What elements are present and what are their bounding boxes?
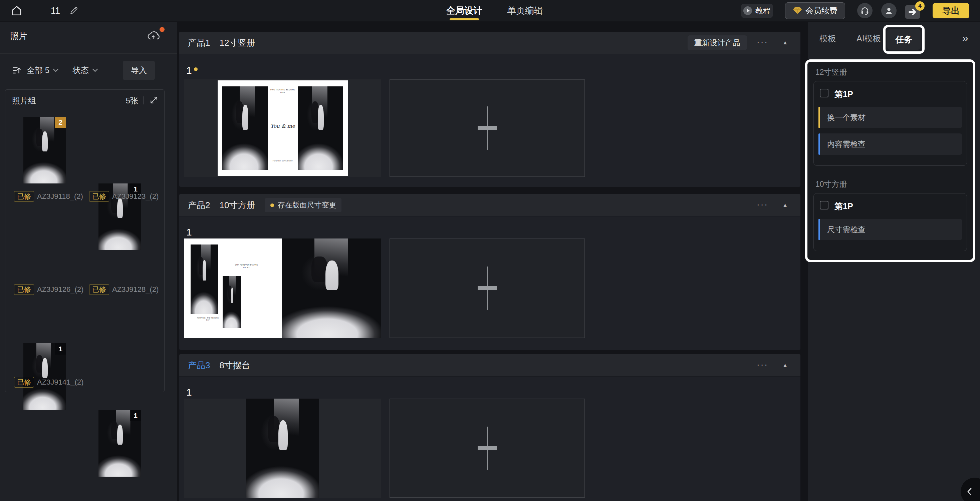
more-menu-icon[interactable]: ··· (757, 32, 768, 54)
sort-icon[interactable] (11, 65, 22, 76)
header-separator (143, 97, 143, 105)
account-button[interactable] (881, 3, 897, 18)
task-group-title: 12寸竖册 (815, 67, 847, 78)
photo-name: AZ3J9128_(2) (112, 285, 159, 294)
gem-icon (793, 7, 802, 15)
export-button[interactable]: 导出 (932, 3, 969, 18)
layout-change-warning: 存在版面尺寸变更 (265, 198, 342, 212)
album-spread-thumbnail: TWO HEARTS BECOME ONE You & me FOREVER ·… (218, 80, 348, 176)
task-group-card: 第1P 换一个素材 内容需检查 (813, 81, 967, 166)
page-spread-tile[interactable] (184, 399, 381, 498)
product-section-1: 产品1 12寸竖册 重新设计产品 ··· ▲ 1 TWO HEARTS BECO… (179, 32, 800, 187)
filter-all-dropdown[interactable]: 全部 5 (27, 61, 59, 80)
warning-text: 存在版面尺寸变更 (277, 200, 336, 210)
membership-renew-button[interactable]: 会员续费 (785, 2, 845, 19)
more-menu-icon[interactable]: ··· (757, 194, 768, 216)
sidebar-divider (0, 53, 177, 54)
product-1-label: 产品1 (188, 37, 210, 49)
plus-icon (478, 286, 497, 290)
document-title: 11 (51, 0, 60, 21)
retouched-tag: 已修 (14, 377, 34, 388)
task-label: 内容需检查 (827, 133, 865, 155)
filter-status-label: 状态 (73, 65, 89, 76)
rename-button[interactable] (69, 6, 79, 16)
photo-name: AZ3J9141_(2) (37, 378, 83, 387)
task-item[interactable]: 内容需检查 (818, 133, 962, 155)
task-item[interactable]: 尺寸需检查 (818, 219, 962, 240)
album-spread-thumbnail (247, 399, 319, 498)
tab-global-design[interactable]: 全局设计 (446, 0, 482, 21)
photo-group-header: 照片组 5张 (5, 90, 164, 111)
more-menu-icon[interactable]: ··· (757, 354, 768, 376)
page-checkbox[interactable] (820, 89, 829, 97)
product-1-name: 12寸竖册 (219, 37, 255, 49)
filter-all-label: 全部 5 (27, 65, 49, 76)
usage-count-badge: 2 (55, 117, 66, 128)
photo-name: AZ3J9126_(2) (37, 285, 83, 294)
spread-script-text: You & me (268, 123, 297, 129)
retouched-tag: 已修 (14, 284, 34, 295)
chevron-left-icon (966, 487, 973, 496)
page-checkbox[interactable] (820, 201, 829, 209)
import-button[interactable]: 导入 (123, 61, 155, 80)
usage-count-badge: 1 (55, 343, 66, 355)
usage-count-badge: 1 (130, 410, 141, 421)
add-page-button[interactable] (390, 79, 585, 177)
spread-heading-text: OUR FOREVER STARTS TODAY (234, 263, 259, 269)
add-page-button[interactable] (390, 238, 585, 338)
spread-caption-text: ROMANCE · THE WEDDING DAY (196, 317, 220, 321)
photo-filter-row: 全部 5 状态 导入 (0, 61, 177, 80)
page-label: 第1P (834, 89, 853, 100)
play-icon (743, 6, 752, 15)
support-button[interactable] (857, 3, 872, 18)
collapse-panel-icon[interactable]: » (962, 22, 968, 55)
photo-group-count: 5张 (126, 95, 138, 106)
tab-task[interactable]: 任务 (887, 29, 921, 50)
tab-task-highlighted[interactable]: 任务 (883, 25, 924, 54)
tab-ai-template[interactable]: AI模板 (856, 22, 881, 55)
export-count-badge: 4 (915, 2, 924, 11)
task-item[interactable]: 换一个素材 (818, 107, 962, 128)
plus-icon (478, 446, 497, 450)
filter-status-dropdown[interactable]: 状态 (73, 61, 98, 80)
photo-label-row: 已修 AZ3J9128_(2) (89, 284, 159, 295)
spread-photo-small-1 (191, 244, 218, 314)
product-section-3: 产品3 8寸摆台 ··· ▲ 1 (179, 354, 800, 501)
spread-sub-text: FOREVER · LOVE STORY (268, 160, 297, 162)
chevron-down-icon (92, 68, 98, 72)
tab-single-page-edit[interactable]: 单页编辑 (507, 0, 543, 21)
task-priority-bar (818, 133, 820, 155)
chevron-down-icon (53, 68, 59, 72)
collapse-section-icon[interactable]: ▲ (783, 32, 788, 54)
tutorial-button[interactable]: 教程 (741, 4, 773, 18)
photo-sidebar: 照片 全部 5 状态 导入 照片组 5张 2 (0, 22, 177, 501)
product-2-label: 产品2 (188, 200, 210, 211)
cloud-sync-button[interactable] (146, 30, 161, 42)
product-3-header: 产品3 8寸摆台 ··· ▲ (179, 354, 800, 376)
collapse-section-icon[interactable]: ▲ (783, 194, 788, 216)
photo-label-row: 已修 AZ3J9126_(2) (14, 284, 83, 295)
right-panel: 模板 AI模板 任务 » 12寸竖册 第1P 换一个素材 内容需检查 10寸方册… (808, 22, 980, 501)
export-queue-button[interactable]: 4 (905, 4, 922, 19)
add-page-button[interactable] (390, 399, 585, 498)
product-2-name: 10寸方册 (219, 200, 255, 211)
mode-tabs: 全局设计 单页编辑 (446, 0, 543, 21)
tab-template[interactable]: 模板 (819, 22, 836, 55)
task-panel: 12寸竖册 第1P 换一个素材 内容需检查 10寸方册 第1P 尺寸需检查 (805, 59, 975, 262)
product-3-name: 8寸摆台 (219, 360, 250, 371)
page-spread-tile[interactable]: OUR FOREVER STARTS TODAY ROMANCE · THE W… (184, 238, 381, 338)
photo-group-panel: 照片组 5张 2 1 已修 AZ3J9118_(2) 已修 AZ3J9123_(… (5, 89, 165, 392)
collapse-section-icon[interactable]: ▲ (783, 354, 788, 376)
expand-icon[interactable] (150, 96, 158, 105)
redesign-product-button[interactable]: 重新设计产品 (687, 35, 747, 50)
page-spread-tile[interactable]: TWO HEARTS BECOME ONE You & me FOREVER ·… (184, 79, 381, 177)
photo-thumbnail[interactable]: 2 (23, 117, 66, 184)
plus-icon (478, 126, 497, 130)
photo-thumbnail[interactable]: 1 (99, 410, 141, 477)
retouched-tag: 已修 (89, 284, 109, 295)
spread-photo-small-2 (223, 276, 241, 328)
spread-photo-right (282, 238, 381, 338)
task-label: 尺寸需检查 (827, 219, 865, 240)
home-button[interactable] (10, 4, 24, 18)
membership-label: 会员续费 (805, 5, 837, 16)
